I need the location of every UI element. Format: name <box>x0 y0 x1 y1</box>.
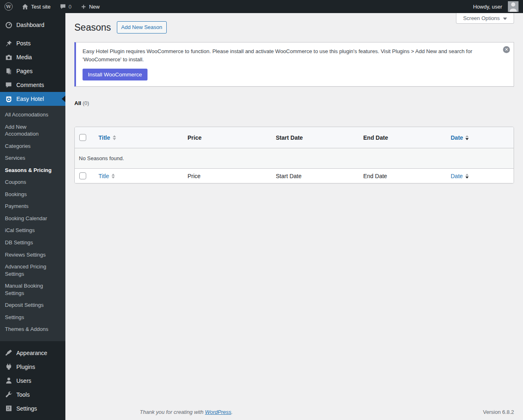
column-label: Date <box>451 173 463 179</box>
column-footer-end-date: End Date <box>359 169 447 183</box>
sidebar-item-label: Users <box>16 377 31 385</box>
sidebar-item-users[interactable]: Users <box>0 374 65 388</box>
my-account-menu[interactable]: Howdy, user <box>469 0 523 13</box>
home-icon <box>22 3 29 10</box>
dismiss-notice-icon[interactable]: ✕ <box>503 46 510 53</box>
sidebar-item-media[interactable]: Media <box>0 50 65 64</box>
screen-options-button[interactable]: Screen Options <box>456 13 514 24</box>
sidebar-item-posts[interactable]: Posts <box>0 36 65 50</box>
select-all-checkbox[interactable] <box>79 134 86 141</box>
sidebar-item-appearance[interactable]: Appearance <box>0 346 65 360</box>
sidebar-item-label: Posts <box>16 39 31 47</box>
plus-icon <box>80 4 87 10</box>
sort-by-date-header[interactable]: Date <box>451 134 469 141</box>
current-menu-arrow-icon <box>62 96 65 102</box>
sort-arrows-icon <box>112 174 115 179</box>
wrench-icon <box>4 391 13 399</box>
table-header-row: Title Price Start Date End Date Date <box>75 127 514 148</box>
pages-icon <box>4 67 13 75</box>
filter-all-link[interactable]: All <box>74 100 81 106</box>
sort-by-date-footer[interactable]: Date <box>451 173 469 179</box>
submenu-item-categories[interactable]: Categories <box>0 140 65 152</box>
submenu-item-booking-calendar[interactable]: Booking Calendar <box>0 212 65 225</box>
site-name-label: Test site <box>31 4 51 10</box>
easy-hotel-submenu: All Accomodations Add New Accomodation C… <box>0 106 65 341</box>
wordpress-link[interactable]: WordPress <box>205 409 231 415</box>
sidebar-item-label: Easy Hotel <box>16 95 44 103</box>
sidebar-item-label: Media <box>16 53 32 61</box>
sidebar-item-label: Pages <box>16 67 33 75</box>
submenu-item-add-new-accomodation[interactable]: Add New Accomodation <box>0 121 65 140</box>
screen-options-label: Screen Options <box>463 15 500 21</box>
sidebar-item-label: Comments <box>16 81 44 89</box>
select-all-checkbox-bottom[interactable] <box>79 172 86 179</box>
submenu-item-deposit-settings[interactable]: Deposit Settings <box>0 299 65 311</box>
admin-footer: Thank you for creating with WordPress. V… <box>140 409 514 415</box>
install-woocommerce-button[interactable]: Install WooCommerce <box>83 69 148 80</box>
sidebar-item-comments[interactable]: Comments <box>0 78 65 92</box>
comment-bubble-icon <box>4 81 13 89</box>
column-label: Title <box>98 173 109 179</box>
column-label: Title <box>98 134 110 141</box>
sidebar-item-label: Settings <box>16 404 37 413</box>
table-footer-row: Title Price Start Date End Date Date <box>75 169 514 183</box>
comments-shortcut[interactable]: 0 <box>55 0 76 13</box>
seasons-table: Title Price Start Date End Date Date <box>74 127 514 183</box>
brush-icon <box>4 349 13 357</box>
sort-arrows-desc-icon <box>465 135 469 140</box>
camera-icon <box>4 53 13 61</box>
submenu-item-settings[interactable]: Settings <box>0 311 65 324</box>
sidebar-item-pages[interactable]: Pages <box>0 64 65 78</box>
main-content: Screen Options Seasons Add New Season Ea… <box>65 13 523 420</box>
chevron-down-icon <box>503 18 507 20</box>
howdy-label: Howdy, user <box>473 4 502 10</box>
submenu-item-seasons-pricing[interactable]: Seasons & Pricing <box>0 164 65 176</box>
filter-all-count: (0) <box>83 100 89 106</box>
submenu-item-bookings[interactable]: Bookings <box>0 188 65 201</box>
thanks-prefix: Thank you for creating with <box>140 409 205 415</box>
submenu-item-services[interactable]: Services <box>0 152 65 164</box>
sort-arrows-icon <box>113 135 116 140</box>
submenu-item-themes-addons[interactable]: Themes & Addons <box>0 323 65 335</box>
column-header-price: Price <box>183 127 272 148</box>
sidebar-item-easy-hotel[interactable]: Easy Hotel <box>0 92 65 106</box>
submenu-item-payments[interactable]: Payments <box>0 200 65 212</box>
admin-sidebar: Dashboard Posts Media Pages Comments <box>0 13 65 420</box>
column-label: Date <box>451 134 463 141</box>
sidebar-item-settings[interactable]: Settings <box>0 402 65 416</box>
sort-arrows-desc-icon <box>465 174 469 179</box>
submenu-item-coupons[interactable]: Coupons <box>0 176 65 188</box>
column-footer-price: Price <box>183 169 272 183</box>
submenu-item-db-settings[interactable]: DB Settings <box>0 237 65 249</box>
wordpress-logo-menu[interactable]: W <box>0 0 17 13</box>
sidebar-item-plugins[interactable]: Plugins <box>0 360 65 374</box>
empty-results-row: No Seasons found. <box>75 148 514 169</box>
sidebar-item-label: Tools <box>16 391 30 399</box>
wordpress-logo-icon: W <box>4 2 13 11</box>
sort-by-title-header[interactable]: Title <box>98 134 116 141</box>
sort-by-title-footer[interactable]: Title <box>98 173 115 179</box>
submenu-item-ical-settings[interactable]: iCal Settings <box>0 224 65 237</box>
dashboard-icon <box>4 21 13 29</box>
menu-separator <box>0 32 65 36</box>
column-header-start-date: Start Date <box>272 127 359 148</box>
woocommerce-notice: Easy Hotel Plugin requires WooCommerce t… <box>74 42 514 87</box>
submenu-item-advanced-pricing-settings[interactable]: Advanced Pricing Settings <box>0 261 65 280</box>
sidebar-item-tools[interactable]: Tools <box>0 388 65 402</box>
comment-bubble-icon <box>60 3 66 10</box>
site-name-link[interactable]: Test site <box>17 0 55 13</box>
sidebar-item-dashboard[interactable]: Dashboard <box>0 18 65 32</box>
page-title: Seasons <box>74 19 111 36</box>
list-filter: All (0) <box>74 100 514 106</box>
submenu-item-all-accomodations[interactable]: All Accomodations <box>0 109 65 121</box>
new-label: New <box>89 4 100 10</box>
submenu-item-reviews-settings[interactable]: Reviews Settings <box>0 249 65 261</box>
footer-thanks-text: Thank you for creating with WordPress. <box>140 409 233 415</box>
user-icon <box>4 377 13 385</box>
submenu-item-manual-booking-settings[interactable]: Manual Booking Settings <box>0 280 65 299</box>
add-new-season-button[interactable]: Add New Season <box>117 21 167 34</box>
pushpin-icon <box>4 39 13 47</box>
sliders-icon <box>4 404 13 413</box>
empty-message: No Seasons found. <box>75 148 514 169</box>
new-content-menu[interactable]: New <box>76 0 104 13</box>
